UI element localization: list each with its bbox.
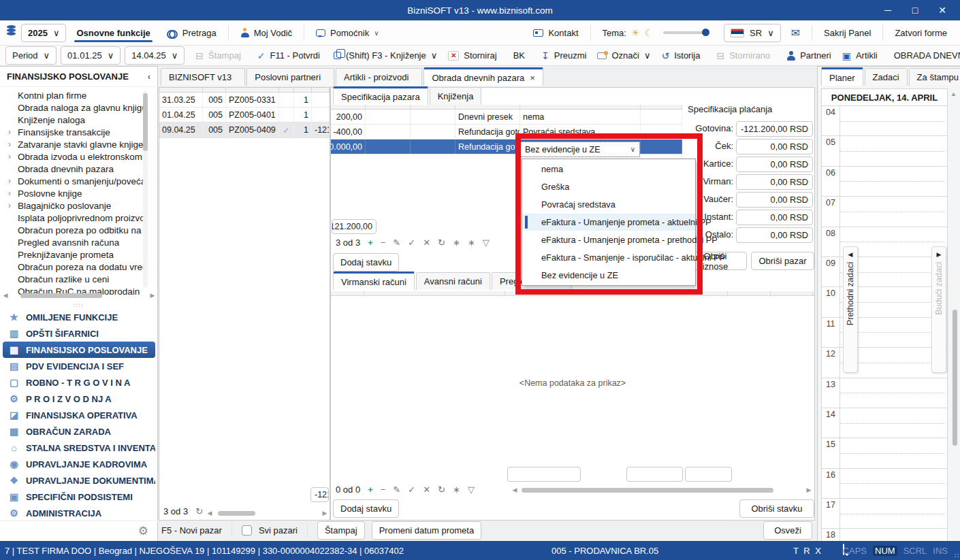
- refresh-icon[interactable]: ↻: [195, 506, 203, 516]
- close-forms-button[interactable]: Zatvori forme: [889, 22, 953, 43]
- payment-field-value[interactable]: 0,00 RSD: [736, 139, 813, 154]
- tab-za-stampu[interactable]: Za štampu: [909, 68, 960, 86]
- new-pazar-label[interactable]: F5 - Novi pazar: [161, 525, 222, 536]
- delete-row-icon[interactable]: −: [381, 484, 386, 495]
- expander-icon[interactable]: ›: [8, 176, 18, 186]
- virman-tab[interactable]: Virmanski računi: [333, 271, 415, 290]
- calendar-cell[interactable]: [839, 529, 947, 541]
- period-selector[interactable]: Period∨: [5, 46, 57, 65]
- collapse-panel-icon[interactable]: ‹: [148, 71, 150, 82]
- calendar-hour-row[interactable]: 04: [822, 106, 947, 136]
- column-header[interactable]: [641, 105, 682, 109]
- settings-gear-icon[interactable]: ⚙: [138, 524, 148, 538]
- tree-item[interactable]: Knjiženje naloga: [0, 114, 143, 126]
- tree-scrollbar[interactable]: [143, 90, 148, 288]
- payment-field-value[interactable]: 0,00 RSD: [736, 157, 813, 172]
- sidebar-nav-item[interactable]: ▦ FINANSIJSKO POSLOVANJE: [3, 342, 155, 358]
- tab-zadaci[interactable]: Zadaci: [865, 68, 908, 86]
- post-edit-icon[interactable]: ✓: [408, 237, 415, 248]
- scroll-left-icon[interactable]: ◀: [204, 510, 215, 516]
- tree-item[interactable]: › Zatvaranje stavki glavne knjige: [0, 138, 143, 150]
- bk-button[interactable]: BK: [508, 47, 530, 65]
- scroll-thumb[interactable]: [218, 511, 255, 516]
- confirm-button[interactable]: ✓F11 - Potvrdi: [252, 47, 325, 65]
- print-button[interactable]: ⊟Štampaj: [190, 47, 246, 65]
- calendar-hour-row[interactable]: 17: [822, 499, 947, 529]
- delete-item-button[interactable]: Obriši stavku: [739, 499, 814, 518]
- scroll-right-icon[interactable]: ▶: [803, 487, 814, 493]
- sidebar-nav-item[interactable]: ◪ FINANSIJSKA OPERATIVA: [3, 407, 155, 423]
- calendar-cell[interactable]: [839, 469, 947, 498]
- download-button[interactable]: ↧Preuzmi: [536, 47, 592, 65]
- sidebar-nav-item[interactable]: ⚙ P R O I Z V O D NJ A: [3, 391, 155, 407]
- sun-icon[interactable]: ☀: [631, 27, 640, 38]
- calendar-hour-row[interactable]: 14: [822, 408, 947, 438]
- tree-horizontal-scrollbar[interactable]: ◀ ▶: [0, 290, 158, 301]
- scroll-right-icon[interactable]: ▶: [319, 510, 330, 516]
- active-form-selector[interactable]: OBRADA DNEVNIH PAZARA ▾: [889, 47, 960, 65]
- refresh-icon[interactable]: ↻: [438, 484, 445, 495]
- calendar-cell[interactable]: [839, 378, 947, 408]
- language-selector[interactable]: SR ∨: [724, 24, 781, 42]
- theme-slider[interactable]: [663, 31, 708, 34]
- table-row[interactable]: 09.04.25005 PZ005-0409✓ 1-121.200,00: [159, 122, 330, 138]
- column-header[interactable]: [606, 291, 624, 295]
- column-header[interactable]: [331, 105, 366, 109]
- column-header[interactable]: [294, 88, 312, 92]
- scroll-left-icon[interactable]: ◀: [509, 487, 520, 493]
- document-tab[interactable]: Obrada dnevnih pazara ×: [423, 67, 543, 86]
- tree-item[interactable]: › Dokumenti o smanjenju/povećanju: [0, 175, 143, 187]
- column-header[interactable]: [455, 105, 520, 109]
- virman-horizontal-scrollbar[interactable]: ◀ ▶: [509, 484, 814, 495]
- document-tab[interactable]: Artikli - proizvodi: [336, 68, 422, 86]
- dropdown-option[interactable]: Povraćaj sredstava: [522, 196, 695, 214]
- calendar-hour-row[interactable]: 13: [822, 378, 947, 408]
- tab-planer[interactable]: Planer: [821, 67, 863, 86]
- menu-moj-vodic[interactable]: Moj Vodič: [234, 22, 298, 43]
- column-header[interactable]: [679, 291, 728, 295]
- payment-field-value[interactable]: 0,00 RSD: [736, 210, 813, 225]
- maximize-button[interactable]: □: [901, 0, 929, 20]
- column-header[interactable]: [505, 291, 578, 295]
- calendar-hour-row[interactable]: 05: [822, 136, 947, 166]
- year-selector[interactable]: 2025 ∨: [21, 24, 66, 42]
- dropdown-option[interactable]: nema: [522, 161, 695, 178]
- calendar-hour-row[interactable]: 07: [822, 197, 947, 227]
- table-row[interactable]: 31.03.25005 PZ005-0331 1: [159, 93, 330, 108]
- calendar-cell[interactable]: [839, 197, 947, 226]
- close-tab-icon[interactable]: ×: [530, 73, 535, 83]
- calendar-hour-row[interactable]: 18: [822, 529, 947, 541]
- hide-panel-button[interactable]: Sakrij Panel: [818, 22, 877, 43]
- virman-tab[interactable]: Avansni računi: [416, 272, 490, 290]
- column-header[interactable]: [159, 88, 203, 92]
- expander-icon[interactable]: ›: [8, 188, 18, 198]
- dropdown-option[interactable]: Greška: [522, 178, 695, 196]
- document-tab[interactable]: Poslovni partneri: [246, 68, 334, 86]
- document-tab[interactable]: BIZNISOFT v13: [161, 68, 245, 86]
- sidebar-nav-item[interactable]: ▢ ROBNO - T R G O V I N A: [3, 374, 155, 391]
- expander-icon[interactable]: ›: [8, 152, 18, 161]
- tree-item[interactable]: › Finansijske transakcije: [0, 126, 143, 138]
- expander-icon[interactable]: ›: [8, 139, 18, 149]
- table-row[interactable]: -400,00 Refundacija gotovi Povraćaj sred…: [331, 125, 682, 139]
- pazari-horizontal-scrollbar[interactable]: ◀ ▶: [204, 508, 330, 518]
- expander-icon[interactable]: ›: [8, 201, 18, 210]
- delete-pazar-button[interactable]: Obriši pazar: [751, 252, 814, 270]
- dropdown-option[interactable]: eFaktura - Smanjenje - isporučilac - akt…: [522, 248, 695, 266]
- scroll-thumb[interactable]: [20, 293, 102, 298]
- column-header[interactable]: [411, 105, 455, 109]
- tree-item[interactable]: › Poslovne knjige: [0, 187, 143, 199]
- payment-field-value[interactable]: 0,00 RSD: [736, 227, 813, 243]
- payment-field-value[interactable]: 0,00 RSD: [736, 174, 813, 190]
- tree-item[interactable]: Pregled avansnih računa: [0, 236, 143, 248]
- bookmark-icon[interactable]: ∗: [453, 484, 460, 495]
- posting-button[interactable]: (Shift) F3 - Knjiženje ∨: [325, 47, 443, 65]
- calendar-cell[interactable]: [839, 106, 947, 135]
- column-header[interactable]: [279, 88, 294, 92]
- filter-icon[interactable]: ▽: [468, 484, 475, 495]
- resize-grip[interactable]: ∷: [955, 552, 959, 559]
- sidebar-nav-item[interactable]: ▤ PDV EVIDENCIJA I SEF: [3, 358, 155, 374]
- tree-item[interactable]: › Blagajničko poslovanje: [0, 199, 143, 212]
- bookmark-icon[interactable]: ∗: [453, 237, 460, 248]
- tree-item[interactable]: › Obrada izvoda u elektronskom: [0, 150, 143, 163]
